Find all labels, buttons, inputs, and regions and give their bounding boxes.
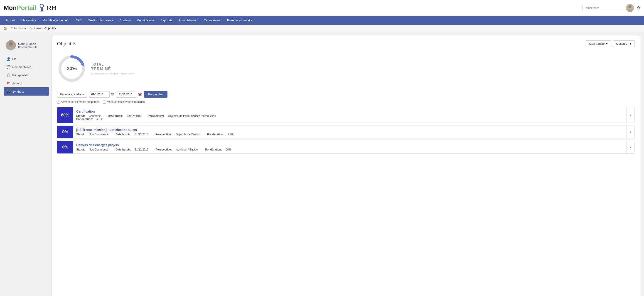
svg-point-4 (628, 9, 632, 12)
date-start-input[interactable] (89, 91, 110, 98)
chevron-down-icon: ▾ (606, 42, 608, 46)
svg-point-2 (40, 11, 44, 12)
logo-icon (37, 3, 46, 13)
date-end-wrap: 📅 (117, 91, 142, 98)
sidebar-item-commentaires-label: Commentaires (12, 65, 32, 69)
breadcrumb-synthese[interactable]: Synthèse (30, 27, 41, 30)
obj-3-meta: Statut: Non Commencé Date butoir: 31/12/… (76, 148, 623, 151)
nav-recrutement[interactable]: Recrutement (200, 16, 224, 25)
logo: MonPortail RH (4, 3, 56, 13)
obj-1-ponderation: Pondération: 25% (76, 118, 623, 121)
sidebar-user-avatar (6, 40, 16, 50)
objective-item-1: 80% Certification Statut: Conforme Date … (57, 107, 635, 123)
calendar-end-icon[interactable]: 📅 (138, 92, 142, 96)
nav-ma-carriere[interactable]: Ma carrière (18, 16, 40, 25)
obj-1-content: Certification Statut: Conforme Date buto… (73, 107, 626, 123)
date-end-input[interactable] (117, 91, 137, 98)
donut-chart: 20% (57, 54, 86, 83)
sidebar-user: Colin Bisson Responsable RH (4, 40, 49, 50)
nav-contenu[interactable]: Contenu (116, 16, 134, 25)
commentaires-icon: 💬 (6, 65, 10, 69)
checkbox-supprime[interactable] (57, 100, 60, 104)
sidebar-item-synthese[interactable]: 📷 Synthèse (4, 88, 49, 96)
obj-3-percent: 0% (57, 141, 73, 154)
calendar-start-icon[interactable]: 📅 (110, 92, 114, 96)
period-dropdown[interactable]: Période actuelle ▾ (57, 91, 87, 98)
somme-label: SOMME DES PONDÉRATIONS: 100% (91, 72, 134, 75)
sidebar-item-actions-label: Actions (12, 82, 22, 85)
page-title: Objectifs (57, 41, 76, 47)
objective-item-2: 0% [Référence mission] - Satisfaction Cl… (57, 126, 635, 138)
svg-point-5 (9, 42, 13, 46)
obj-2-toggle[interactable]: ▾ (626, 126, 634, 138)
checkbox-supprime-label[interactable]: Afficher les éléments supprimés (57, 100, 100, 104)
main-nav: Accueil Ma carrière Mon développement CA… (0, 16, 644, 25)
checkbox-termine-label[interactable]: Masquer les éléments terminés (103, 100, 145, 104)
sidebar-item-bio[interactable]: 👤 Bio (4, 55, 49, 63)
obj-3-toggle[interactable]: ▾ (626, 141, 634, 154)
sidebar-item-bio-label: Bio (12, 57, 16, 60)
obj-1-toggle[interactable]: ▾ (626, 107, 634, 123)
sidebar-item-recapitulatif-label: Récapitulatif (12, 74, 28, 77)
obj-1-meta: Statut: Conforme Date butoir: 31/12/2015… (76, 114, 623, 118)
nav-certifications[interactable]: Certifications (134, 16, 157, 25)
home-icon[interactable]: 🏠 (4, 27, 7, 30)
breadcrumb-current: Objectifs (44, 27, 56, 30)
header-right: ⚙ (582, 4, 640, 12)
svg-point-0 (40, 4, 44, 8)
date-start-wrap: 📅 (89, 91, 114, 98)
donut-percent-label: 20% (67, 66, 77, 72)
breadcrumb-colin[interactable]: Colin Bisson (11, 27, 26, 30)
avatar (626, 4, 634, 12)
sidebar: Colin Bisson Responsable RH 👤 Bio 💬 Comm… (4, 36, 49, 296)
chart-info: TOTAL TERMINÉ SOMME DES PONDÉRATIONS: 10… (91, 62, 134, 75)
obj-2-content: [Référence mission] - Satisfaction Clien… (73, 126, 626, 138)
breadcrumb: 🏠 › Colin Bisson › Synthèse › Objectifs (0, 25, 644, 32)
nav-base-doc[interactable]: Base documentaire (224, 16, 256, 25)
chart-section: 20% TOTAL TERMINÉ SOMME DES PONDÉRATIONS… (57, 52, 635, 86)
checkboxes: Afficher les éléments supprimés Masquer … (57, 100, 635, 104)
obj-3-title[interactable]: Cahiers des charges projets (76, 143, 623, 147)
top-header: MonPortail RH ⚙ (0, 0, 644, 16)
logo-portail: Portail (17, 4, 36, 11)
synthese-icon: 📷 (6, 90, 10, 93)
rechercher-button[interactable]: Rechercher (144, 91, 168, 98)
actions-icon: 🚩 (6, 82, 10, 85)
content-area: Objectifs Mon équipe ▾ Option(s) ▾ 20% (51, 36, 640, 296)
logo-mon: Mon (4, 4, 17, 11)
period-label: Période actuelle (60, 92, 81, 96)
total-label: TOTAL (91, 62, 134, 66)
nav-mon-dev[interactable]: Mon développement (40, 16, 72, 25)
sidebar-item-actions[interactable]: 🚩 Actions (4, 79, 49, 88)
sidebar-item-commentaires[interactable]: 💬 Commentaires (4, 63, 49, 71)
objectives-list: 80% Certification Statut: Conforme Date … (57, 107, 635, 154)
obj-2-title[interactable]: [Référence mission] - Satisfaction Clien… (76, 128, 623, 132)
header-buttons: Mon équipe ▾ Option(s) ▾ (586, 40, 635, 47)
search-section: Période actuelle ▾ 📅 📅 Rechercher (57, 91, 635, 98)
nav-rapports[interactable]: Rapports (157, 16, 176, 25)
bio-icon: 👤 (6, 57, 10, 60)
nav-administration[interactable]: Administration (176, 16, 200, 25)
chevron-down-icon-3: ▾ (82, 92, 84, 96)
obj-2-percent: 0% (57, 126, 73, 138)
mon-equipe-button[interactable]: Mon équipe ▾ (586, 40, 611, 47)
obj-3-content: Cahiers des charges projets Statut: Non … (73, 141, 626, 154)
recapitulatif-icon: 📋 (6, 73, 10, 77)
obj-2-meta: Statut: Non Commencé Date butoir: 31/12/… (76, 133, 623, 136)
nav-accueil[interactable]: Accueil (2, 16, 18, 25)
search-input[interactable] (582, 5, 623, 11)
objective-item-3: 0% Cahiers des charges projets Statut: N… (57, 141, 635, 154)
nav-gestion-talents[interactable]: Gestion des talents (85, 16, 116, 25)
options-button[interactable]: Option(s) ▾ (613, 40, 635, 47)
checkbox-termine[interactable] (103, 100, 106, 104)
sidebar-item-synthese-label: Synthèse (12, 90, 24, 93)
nav-caf[interactable]: CAF (72, 16, 85, 25)
sidebar-user-info: Colin Bisson Responsable RH (18, 42, 37, 48)
svg-rect-1 (41, 8, 43, 11)
page-body: Colin Bisson Responsable RH 👤 Bio 💬 Comm… (0, 32, 644, 296)
sidebar-item-recapitulatif[interactable]: 📋 Récapitulatif (4, 71, 49, 79)
logo-rh: RH (47, 4, 56, 11)
obj-1-title[interactable]: Certification (76, 110, 623, 113)
gear-icon[interactable]: ⚙ (637, 6, 640, 10)
sidebar-user-role: Responsable RH (18, 46, 37, 48)
